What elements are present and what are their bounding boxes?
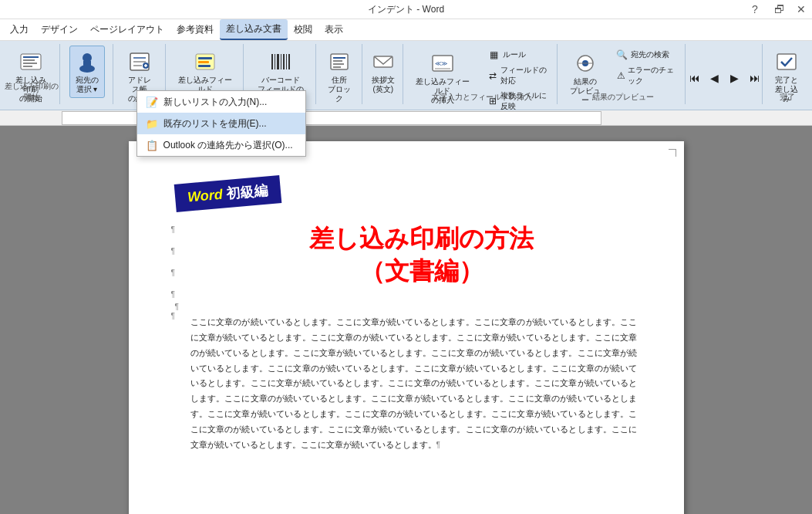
svg-rect-1 xyxy=(23,56,39,58)
group-label-start: 差し込み印刷の開始 xyxy=(4,81,59,103)
page-corner xyxy=(669,149,676,157)
dropdown-outlook-contacts[interactable]: 📋 Outlook の連絡先から選択(O)... xyxy=(137,134,305,156)
document-area: ¶ ¶ ¶ ¶ ¶ Word 初級編 差し込み印刷の方法（文書編） ¶ ここに文… xyxy=(0,126,812,514)
svg-text:≪≫: ≪≫ xyxy=(435,60,447,67)
btn-address-block-label: 住所ブロック xyxy=(327,76,352,103)
mailmerge-start-icon xyxy=(19,49,43,74)
ribbon-group-insert-field: ≪≫ 差し込みフィールドの挿入 ▦ ルール ⇄ フィールドの対応 ⊞ 複数ラベル xyxy=(406,44,558,104)
ribbon-group-preview: 結果のプレビュー 🔍 宛先の検索 ⚠ エラーのチェック 結果のプレビュー xyxy=(561,44,686,104)
svg-rect-20 xyxy=(275,54,275,69)
btn-next[interactable]: ▶ xyxy=(726,68,744,88)
restore-button[interactable]: 🗗 xyxy=(769,0,790,19)
btn-greeting[interactable]: 挨拶文(英文) xyxy=(366,46,401,98)
svg-rect-25 xyxy=(288,54,290,69)
dropdown-new-list-label: 新しいリストの入力(N)... xyxy=(163,96,268,109)
btn-find-label: 宛先の検索 xyxy=(631,49,669,60)
menu-design[interactable]: デザイン xyxy=(35,20,84,39)
svg-rect-22 xyxy=(281,54,281,69)
svg-rect-16 xyxy=(198,57,212,59)
banner-yellow-text: Word xyxy=(187,186,227,205)
preview-icon xyxy=(573,51,598,76)
last-icon: ⏭ xyxy=(750,72,760,84)
ribbon-group-recipient: 宛先の選択 ▾ 📝 新しいリストの入力(N)... 📁 既存のリストを使用(E)… xyxy=(63,44,113,104)
menu-view[interactable]: 表示 xyxy=(318,20,349,39)
btn-rule[interactable]: ▦ ルール xyxy=(484,47,553,63)
menu-mailmerge[interactable]: 差し込み文書 xyxy=(220,19,288,40)
ruler-area xyxy=(0,110,812,126)
ribbon-group-nav: ⏮ ◀ ▶ ⏭ xyxy=(689,44,763,104)
address-edit-icon xyxy=(127,49,152,74)
dropdown-outlook-label: Outlook の連絡先から選択(O)... xyxy=(163,139,293,152)
greeting-icon xyxy=(371,49,396,74)
svg-rect-19 xyxy=(271,54,273,69)
group-label-preview: 結果のプレビュー xyxy=(561,92,685,103)
btn-check-error-label: エラーのチェック xyxy=(628,65,676,86)
menu-reference[interactable]: 参考資料 xyxy=(170,20,220,39)
para-mark-1: ¶ xyxy=(171,218,175,240)
rule-icon: ▦ xyxy=(488,49,500,61)
group-label-finish: 完了 xyxy=(766,92,808,103)
ribbon-group-address-block: 住所ブロック xyxy=(319,44,362,104)
field-match-icon: ⇄ xyxy=(488,69,498,82)
btn-first[interactable]: ⏮ xyxy=(686,68,704,88)
btn-address-block[interactable]: 住所ブロック xyxy=(322,46,357,107)
btn-greeting-label: 挨拶文(英文) xyxy=(372,76,395,94)
svg-rect-7 xyxy=(83,61,91,67)
btn-prev[interactable]: ◀ xyxy=(706,68,724,88)
ribbon-group-start: 差し込み印刷の開始 差し込み印刷の開始 xyxy=(4,44,60,104)
check-error-icon: ⚠ xyxy=(616,69,626,82)
para-mark-2: ¶ xyxy=(171,240,175,262)
btn-last[interactable]: ⏭ xyxy=(746,68,764,88)
menu-review[interactable]: 校閲 xyxy=(288,20,318,39)
btn-field-match[interactable]: ⇄ フィールドの対応 xyxy=(484,63,553,88)
para-mark-end: ¶ xyxy=(436,441,440,449)
outlook-icon: 📋 xyxy=(145,138,159,152)
new-list-icon: 📝 xyxy=(145,95,159,109)
menu-bar: 入力 デザイン ページレイアウト 参考資料 差し込み文書 校閲 表示 xyxy=(0,19,812,41)
close-button[interactable]: ✕ xyxy=(790,0,812,19)
btn-check-error[interactable]: ⚠ エラーのチェック xyxy=(612,63,680,88)
btn-recipient-select[interactable]: 宛先の選択 ▾ xyxy=(69,46,105,98)
svg-rect-27 xyxy=(333,57,345,59)
svg-rect-21 xyxy=(277,54,279,69)
menu-pagelayout[interactable]: ページレイアウト xyxy=(84,20,170,39)
help-button[interactable]: ? xyxy=(744,0,766,19)
svg-rect-17 xyxy=(198,61,209,63)
barcode-icon xyxy=(268,49,293,74)
svg-rect-18 xyxy=(198,65,211,67)
svg-rect-38 xyxy=(777,54,796,69)
menu-nyuryoku[interactable]: 入力 xyxy=(4,20,35,39)
main-title: 差し込み印刷の方法（文書編） xyxy=(206,223,638,287)
svg-rect-29 xyxy=(333,63,344,65)
btn-rule-label: ルール xyxy=(503,49,526,60)
banner-container: Word 初級編 xyxy=(190,172,638,208)
para-mark-3: ¶ xyxy=(171,262,175,283)
body-text: ここに文章のが続いているとします。ここに文章が続いているとします。ここに文章のが… xyxy=(190,315,638,452)
prev-icon: ◀ xyxy=(710,72,719,84)
dropdown-new-list[interactable]: 📝 新しいリストの入力(N)... xyxy=(137,91,305,113)
ribbon-group-greeting: 挨拶文(英文) xyxy=(366,44,403,104)
first-icon: ⏮ xyxy=(689,72,700,84)
btn-find-recipient[interactable]: 🔍 宛先の検索 xyxy=(612,47,680,63)
svg-rect-24 xyxy=(286,54,287,69)
small-buttons-group: ▦ ルール ⇄ フィールドの対応 ⊞ 複数ラベルに反映 xyxy=(484,47,553,113)
svg-rect-23 xyxy=(283,54,285,69)
svg-rect-4 xyxy=(23,66,32,67)
ribbon: 差し込み印刷の開始 差し込み印刷の開始 宛先の選択 ▾ 📝 xyxy=(0,41,812,110)
dropdown-existing-list[interactable]: 📁 既存のリストを使用(E)... xyxy=(137,113,305,134)
svg-rect-2 xyxy=(23,59,35,61)
para-mark-body: ¶ xyxy=(175,303,638,311)
banner: Word 初級編 xyxy=(174,175,281,212)
recipient-dropdown: 📝 新しいリストの入力(N)... 📁 既存のリストを使用(E)... 📋 Ou… xyxy=(136,90,306,157)
para-mark-5: ¶ xyxy=(171,305,175,326)
title-text: インデント - Word xyxy=(368,3,444,16)
address-block-icon xyxy=(327,49,352,74)
next-icon: ▶ xyxy=(730,72,739,84)
btn-field-match-label: フィールドの対応 xyxy=(500,65,549,86)
dropdown-existing-list-label: 既存のリストを使用(E)... xyxy=(163,117,267,130)
group-label-insert: 文字入力とフィールドの挿入 xyxy=(406,92,558,103)
highlight-field-icon xyxy=(193,49,217,74)
title-bar: インデント - Word ? 🗗 ✕ xyxy=(0,0,812,19)
finish-icon xyxy=(774,49,799,74)
svg-rect-30 xyxy=(333,66,341,68)
